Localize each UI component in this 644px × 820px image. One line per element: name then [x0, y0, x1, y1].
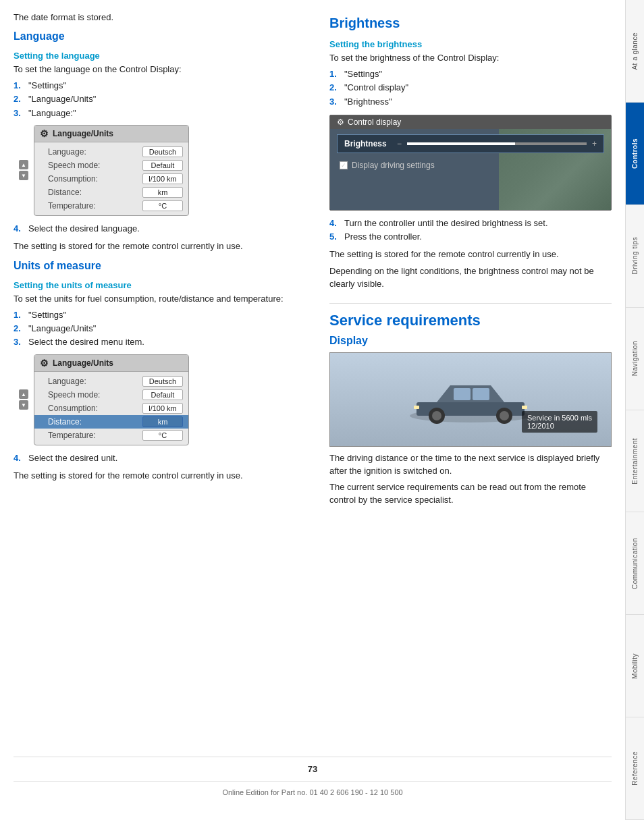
svg-rect-9 [522, 406, 527, 409]
svg-point-5 [432, 411, 441, 420]
car-display: Service in 5600 mls 12/2010 [329, 352, 612, 447]
sidebar-tab-label: Reference [631, 751, 639, 786]
menu-row-label: Speech mode: [48, 390, 142, 400]
svg-rect-3 [473, 388, 489, 400]
units-step4-list: 4. Select the desired unit. [14, 452, 296, 464]
units-nav-arrows: ▲ ▼ [19, 389, 28, 410]
units-section: Units of measure Setting the units of me… [14, 260, 296, 483]
nav-arrows: ▲ ▼ [19, 160, 28, 180]
menu-row-value: km [142, 416, 183, 427]
units-nav-down-arrow[interactable]: ▼ [19, 400, 28, 410]
sidebar-tab-mobility[interactable]: Mobility [626, 615, 644, 717]
setting-units-subtitle: Setting the units of measure [14, 280, 296, 290]
units-menu-row-consumption: Consumption: l/100 km [34, 402, 188, 415]
page-number: 73 [14, 764, 612, 774]
brightness-plus: + [592, 139, 597, 148]
units-step-1: 1. "Settings" [14, 309, 296, 321]
sidebar-tab-label: Mobility [631, 653, 639, 679]
brightness-after-text2: Depending on the light conditions, the b… [329, 265, 612, 291]
menu-row-label: Language: [48, 147, 142, 157]
menu-row-label: Temperature: [48, 431, 142, 440]
units-step-2: 2. "Language/Units" [14, 323, 296, 335]
language-steps: 1. "Settings" 2. "Language/Units" 3. "La… [14, 80, 296, 119]
menu-row-consumption: Consumption: l/100 km [34, 172, 188, 186]
step-num: 5. [329, 231, 342, 243]
control-display-panel: ⚙ Control display Brightness − [329, 115, 612, 211]
step-num: 3. [14, 107, 26, 119]
driving-settings-row: ✓ Display driving settings [337, 159, 604, 172]
sidebar-tab-label: Controls [631, 138, 639, 169]
language-menu-wrapper: ▲ ▼ ⚙ Language/Units Language: [14, 125, 296, 216]
sidebar-tab-reference[interactable]: Reference [626, 717, 644, 820]
brightness-bar-container: Brightness − + [337, 134, 604, 153]
sidebar-tab-entertainment[interactable]: Entertainment [626, 410, 644, 513]
menu-row-label: Consumption: [48, 404, 142, 413]
left-column: The date format is stored. Language Sett… [14, 12, 302, 757]
nav-up-arrow[interactable]: ▲ [19, 160, 28, 169]
sidebar-tab-driving-tips[interactable]: Driving tips [626, 205, 644, 308]
step-text: "Language/Units" [28, 93, 96, 105]
service-badge-line2: 12/2010 [527, 422, 592, 430]
menu-row-value: l/100 km [142, 403, 183, 414]
svg-rect-8 [414, 406, 419, 409]
menu-row-value: Deutsch [142, 146, 183, 157]
menu-row-speech: Speech mode: Default [34, 159, 188, 172]
sidebar-tab-communication[interactable]: Communication [626, 512, 644, 615]
brightness-step-2: 2. "Control display" [329, 82, 612, 94]
menu-row-label: Temperature: [48, 201, 142, 211]
driving-settings-label: Display driving settings [352, 161, 435, 170]
language-after-text: The setting is stored for the remote con… [14, 240, 296, 253]
step-text: "Settings" [344, 68, 382, 80]
step-text: "Settings" [28, 80, 66, 92]
display-subtitle: Display [329, 335, 612, 347]
brightness-steps: 1. "Settings" 2. "Control display" 3. "B… [329, 68, 612, 108]
service-requirements-section: Service requirements Display [329, 303, 612, 507]
menu-row-label: Speech mode: [48, 161, 142, 170]
step-text: "Language:" [28, 107, 76, 119]
sidebar-tab-label: Driving tips [631, 237, 639, 274]
svg-rect-2 [454, 388, 471, 400]
service-body-text2: The current service requirements can be … [329, 481, 612, 507]
menu-row-label: Distance: [48, 188, 142, 197]
menu-row-value: km [142, 187, 183, 198]
menu-row-label: Language: [48, 377, 142, 386]
sidebar-tab-controls[interactable]: Controls [626, 103, 644, 205]
brightness-minus: − [397, 139, 402, 148]
units-nav-up-arrow[interactable]: ▲ [19, 389, 28, 399]
sidebar-tab-label: Entertainment [631, 438, 639, 485]
step-num: 3. [14, 336, 26, 348]
units-after-text: The setting is stored for the remote con… [14, 470, 296, 483]
step-text: Select the desired language. [28, 223, 140, 235]
nav-down-arrow[interactable]: ▼ [19, 171, 28, 180]
service-badge: Service in 5600 mls 12/2010 [522, 411, 597, 433]
setting-language-subtitle: Setting the language [14, 51, 296, 61]
menu-row-value: l/100 km [142, 173, 183, 184]
sidebar-navigation: At a glance Controls Driving tips Naviga… [625, 0, 644, 820]
step-text: "Brightness" [344, 96, 392, 108]
step-num: 1. [329, 68, 342, 80]
units-title: Units of measure [14, 260, 296, 272]
units-menu-row-distance-highlighted: Distance: km [34, 415, 188, 429]
brightness-step4-list: 4. Turn the controller until the desired… [329, 217, 612, 243]
brightness-step-1: 1. "Settings" [329, 68, 612, 80]
menu-row-temperature: Temperature: °C [34, 199, 188, 213]
sidebar-tab-navigation[interactable]: Navigation [626, 308, 644, 410]
brightness-step-4: 4. Turn the controller until the desired… [329, 217, 612, 229]
svg-point-7 [500, 411, 509, 420]
step-text: "Language/Units" [28, 323, 96, 335]
step-num: 4. [14, 452, 26, 464]
step-num: 3. [329, 96, 342, 108]
units-menu-wrapper: ▲ ▼ ⚙ Language/Units Language: [14, 354, 296, 445]
menu-row-language: Language: Deutsch [34, 145, 188, 159]
sidebar-tab-label: Communication [631, 538, 639, 589]
language-step-2: 2. "Language/Units" [14, 93, 296, 105]
setting-brightness-subtitle: Setting the brightness [329, 39, 612, 49]
brightness-intro: To set the brightness of the Control Dis… [329, 52, 612, 64]
menu-panel-header: ⚙ Language/Units [34, 126, 188, 142]
step-num: 1. [14, 309, 26, 321]
menu-row-value: Default [142, 389, 183, 400]
brightness-fill [407, 142, 515, 145]
menu-row-label: Distance: [48, 417, 142, 427]
service-badge-line1: Service in 5600 mls [527, 414, 592, 422]
sidebar-tab-at-a-glance[interactable]: At a glance [626, 0, 644, 103]
